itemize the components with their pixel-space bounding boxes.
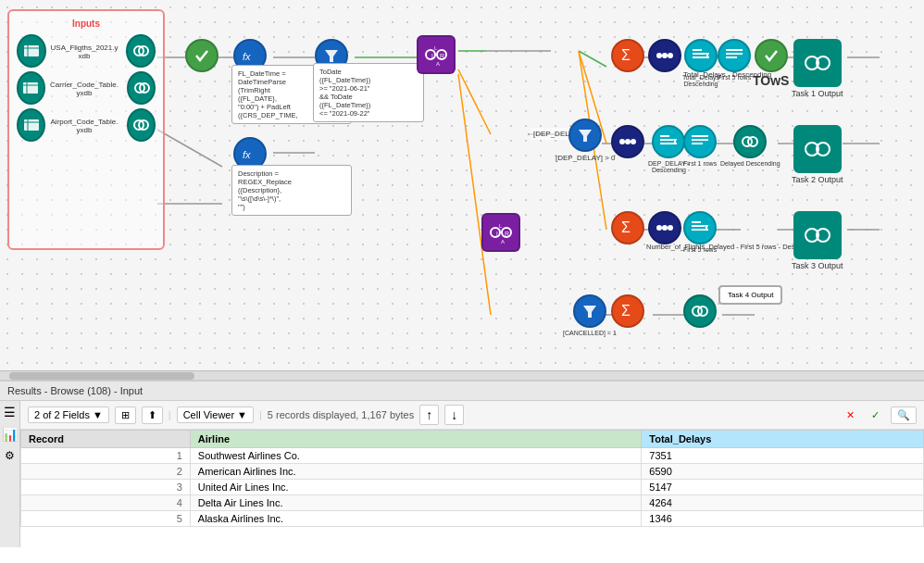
browse-node-2[interactable]: Delayed Descending — [720, 125, 780, 167]
input-row-1: USA_Fligths_2021.yxdb — [17, 34, 156, 68]
search-results-btn[interactable]: 🔍 — [891, 407, 917, 424]
scrollbar-thumb[interactable] — [9, 372, 194, 380]
col-record[interactable]: Record — [21, 431, 191, 448]
task3-label: Task 3 Output — [792, 261, 843, 270]
task1-label: Task 1 Output — [792, 89, 843, 98]
join-node-1[interactable]: L R L A — [417, 35, 456, 74]
canvas-scrollbar[interactable] — [0, 370, 924, 380]
filter-cancelled[interactable]: [CANCELLED] = 1 — [563, 294, 617, 336]
check-icon-2 — [755, 39, 788, 72]
svg-point-77 — [631, 139, 636, 144]
task1-output[interactable]: Task 1 Output — [792, 39, 843, 98]
dots-node-1[interactable] — [648, 39, 681, 72]
records-info: 5 records displayed, 1,167 bytes — [268, 409, 414, 420]
join-icon-2: L R L A — [481, 213, 520, 252]
nav-chart-icon[interactable]: 📊 — [2, 427, 18, 442]
task2-output[interactable]: Task 2 Output — [792, 125, 843, 184]
svg-text:R: R — [440, 53, 444, 59]
svg-marker-47 — [325, 50, 338, 62]
svg-rect-70 — [726, 49, 743, 51]
col-total-delays[interactable]: Total_Delays — [642, 431, 924, 448]
accept-btn[interactable]: ✓ — [866, 407, 885, 423]
sort-node-1[interactable]: Total_DelaysDescending — [682, 39, 719, 87]
svg-text:A: A — [436, 61, 440, 67]
arrow-down-btn[interactable]: ↓ — [444, 405, 464, 425]
svg-text:R: R — [505, 231, 509, 237]
sigma-node-1[interactable]: Σ — [611, 39, 644, 72]
browse-node-4[interactable] — [683, 294, 717, 328]
nav-list-icon[interactable]: ☰ — [4, 405, 16, 419]
sort-label-1b: Total_DelaysDescending — [682, 74, 719, 87]
close-btn[interactable]: ✕ — [841, 407, 860, 423]
filter-cancelled-icon — [573, 294, 606, 328]
svg-text:Σ: Σ — [621, 303, 631, 319]
svg-line-27 — [458, 74, 491, 315]
table-row: 1Southwest Airlines Co.7351 — [21, 448, 924, 464]
svg-rect-36 — [23, 82, 38, 94]
col-airline[interactable]: Airline — [190, 431, 642, 448]
svg-point-76 — [625, 139, 631, 144]
first1-node[interactable]: First 1 rows — [683, 125, 717, 167]
viewer-dropdown[interactable]: Cell Viewer ▼ — [177, 407, 254, 423]
svg-rect-41 — [24, 119, 39, 131]
browse-icon-3[interactable] — [127, 108, 156, 142]
input-icon-1[interactable] — [17, 34, 46, 68]
dots-node-3[interactable] — [648, 211, 681, 244]
sigma-node-3[interactable]: Σ — [611, 211, 644, 244]
filter-dep-delay-icon — [568, 119, 602, 152]
svg-line-20 — [458, 69, 491, 134]
input-icon-2[interactable] — [17, 71, 45, 105]
check-node[interactable] — [185, 39, 219, 72]
svg-point-75 — [619, 139, 625, 144]
cell-total-delays: 4264 — [642, 495, 924, 511]
results-scroll[interactable]: Record Airline Total_Delays 1Southwest A… — [20, 430, 924, 547]
results-table: Record Airline Total_Delays 1Southwest A… — [20, 430, 924, 527]
check-node-2[interactable] — [755, 39, 788, 72]
results-panel: Results - Browse (108) - Input ☰ 📊 ⚙ 2 o… — [0, 380, 924, 563]
svg-rect-84 — [692, 143, 703, 144]
svg-rect-95 — [692, 229, 708, 231]
arrow-up-btn[interactable]: ↑ — [419, 405, 439, 425]
sort-icon-1 — [684, 39, 718, 72]
sigma-node-4[interactable]: Σ — [611, 294, 644, 328]
fields-dropdown[interactable]: 2 of 2 Fields ▼ — [28, 407, 109, 423]
formula-text-2: ToDate({FL_DateTime})>= "2021-06-21"&& T… — [313, 63, 424, 122]
svg-point-64 — [662, 53, 668, 58]
browse-icon-2[interactable] — [127, 71, 156, 105]
first5-node-1[interactable]: First 5 rows — [718, 39, 751, 81]
cell-total-delays: 6590 — [642, 464, 924, 480]
dots-icon-1 — [648, 39, 681, 72]
join-node-2[interactable]: L R L A — [481, 213, 520, 252]
results-toolbar: 2 of 2 Fields ▼ ⊞ ⬆ | Cell Viewer ▼ | 5 … — [20, 401, 924, 430]
cell-record: 3 — [21, 480, 191, 495]
browse-icon-1[interactable] — [126, 34, 156, 68]
filter-dep-delay[interactable]: [DEP_DELAY] > 0 — [556, 119, 616, 162]
svg-point-65 — [668, 53, 673, 58]
task3-output-icon — [793, 211, 842, 259]
cell-record: 1 — [21, 448, 191, 464]
svg-text:Σ: Σ — [621, 47, 631, 63]
dots-icon-3 — [648, 211, 681, 244]
results-header: Results - Browse (108) - Input — [0, 382, 924, 401]
dots-icon-2 — [611, 125, 644, 158]
input-icon-3[interactable] — [17, 108, 45, 142]
nav-settings-icon[interactable]: ⚙ — [5, 449, 15, 462]
cancelled-label: [CANCELLED] = 1 — [563, 330, 617, 336]
copy-btn[interactable]: ⊞ — [115, 407, 136, 424]
cell-airline: Delta Air Lines Inc. — [190, 495, 642, 511]
input-row-2: Carrier_Code_Table.yxdb — [17, 71, 156, 105]
svg-point-91 — [662, 225, 668, 231]
first1-label: First 1 rows — [683, 160, 717, 167]
svg-line-1 — [157, 130, 222, 167]
results-title: Results - Browse (108) - Input — [7, 385, 143, 396]
cell-airline: Southwest Airlines Co. — [190, 448, 642, 464]
cell-total-delays: 7351 — [642, 448, 924, 464]
input-label-3: Airport_Code_Table.yxdb — [49, 118, 119, 134]
export-btn[interactable]: ⬆ — [142, 407, 163, 424]
task4-output[interactable]: Task 4 Output — [718, 285, 782, 305]
task3-output[interactable]: Task 3 Output — [792, 211, 843, 270]
dots-node-2[interactable] — [611, 125, 644, 158]
cell-airline: United Air Lines Inc. — [190, 480, 642, 495]
cell-total-delays: 1346 — [642, 511, 924, 527]
svg-text:fx: fx — [243, 51, 251, 62]
